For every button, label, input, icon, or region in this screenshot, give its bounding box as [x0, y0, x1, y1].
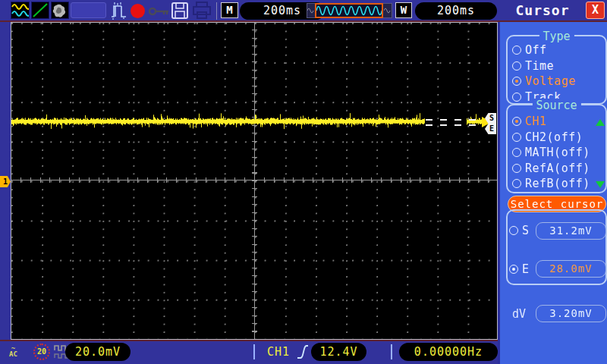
waveform-zoom-window[interactable]: [315, 3, 383, 18]
rising-edge-trigger-icon: [296, 343, 310, 364]
ch1-trace: [11, 23, 497, 339]
type-group: Type Off Time Voltage Track: [506, 35, 607, 105]
cursor-e-value[interactable]: 28.0mV: [536, 260, 606, 278]
frequency-counter-readout: 0.00000Hz: [399, 343, 498, 361]
main-timebase-indicator: M: [221, 2, 238, 18]
noise-signal-icon[interactable]: [51, 2, 69, 19]
type-option-voltage[interactable]: Voltage: [508, 74, 605, 89]
radio-icon: [512, 93, 521, 102]
cursor-s-row-label[interactable]: S: [509, 224, 529, 237]
statusbar-divider: [391, 344, 392, 359]
record-button[interactable]: [131, 4, 145, 18]
lock-key-icon[interactable]: [149, 5, 170, 20]
cursor-s-value[interactable]: 31.2mV: [536, 222, 606, 240]
radio-selected-icon: [512, 77, 521, 86]
radio-icon: [512, 148, 521, 157]
close-icon[interactable]: X: [586, 2, 605, 19]
radio-selected-icon: [512, 117, 521, 126]
coupling-ac-icon: ~ AC: [9, 342, 17, 357]
panel-title: Cursor: [501, 2, 584, 20]
source-option-ch1[interactable]: CH1: [508, 114, 605, 130]
pulse-signal-icon[interactable]: [111, 2, 127, 23]
radio-icon: [512, 61, 521, 71]
save-floppy-icon[interactable]: [171, 2, 189, 23]
scroll-up-icon[interactable]: [596, 119, 605, 126]
radio-icon: [512, 133, 521, 142]
cursor-s-dashed-line[interactable]: [426, 119, 477, 121]
delta-voltage-value: 3.20mV: [536, 305, 606, 322]
statusbar-divider: [253, 344, 255, 359]
source-group: Source CH1 CH2(off) MATH(off) RefA(off): [506, 104, 607, 193]
source-group-title: Source: [532, 99, 580, 112]
empty-toolbar-slot: [71, 2, 106, 18]
source-option-refa[interactable]: RefA(off): [508, 161, 605, 177]
scroll-down-icon[interactable]: [596, 181, 605, 188]
source-option-ch2[interactable]: CH2(off): [508, 130, 605, 146]
source-option-refb[interactable]: RefB(off): [508, 176, 605, 192]
volts-per-div-readout: 20.0mV: [65, 343, 131, 361]
trigger-level-readout: 12.4V: [311, 343, 366, 361]
channel-waves-icon[interactable]: [11, 2, 30, 19]
cursor-e-row-label[interactable]: E: [509, 262, 529, 276]
trigger-source-label: CH1: [267, 345, 290, 359]
source-option-math[interactable]: MATH(off): [508, 145, 605, 161]
cursor-e-dashed-line[interactable]: [426, 124, 477, 126]
ramp-signal-icon[interactable]: [31, 2, 49, 19]
waveform-position-preview[interactable]: [307, 3, 392, 18]
scope-display: S E: [11, 22, 498, 340]
type-option-off[interactable]: Off: [508, 42, 605, 58]
channel1-ground-marker[interactable]: 1: [0, 176, 11, 187]
probe-attenuation-badge: 20: [33, 344, 50, 360]
radio-icon: [512, 179, 521, 188]
delta-voltage-label: dV: [512, 307, 526, 321]
radio-icon: [509, 226, 518, 235]
window-timebase-indicator: W: [395, 2, 412, 18]
type-option-time[interactable]: Time: [508, 58, 605, 74]
radio-icon: [512, 164, 521, 173]
toolbar-divider: [216, 2, 217, 20]
radio-icon: [512, 46, 521, 55]
left-margin-strip: 1: [0, 22, 11, 340]
oscilloscope-screen: M 200ms W 200ms 1 S E Cursor X: [0, 0, 607, 364]
radio-selected-icon: [509, 265, 518, 274]
cursor-menu-panel: Type Off Time Voltage Track: [498, 22, 607, 364]
window-timebase-readout: 200ms: [415, 2, 497, 20]
type-group-title: Type: [539, 30, 574, 43]
bottom-status-bar: ~ AC 20 20.0mV CH1 12.4V 0.00000Hz: [0, 340, 498, 364]
print-icon[interactable]: [192, 2, 212, 23]
